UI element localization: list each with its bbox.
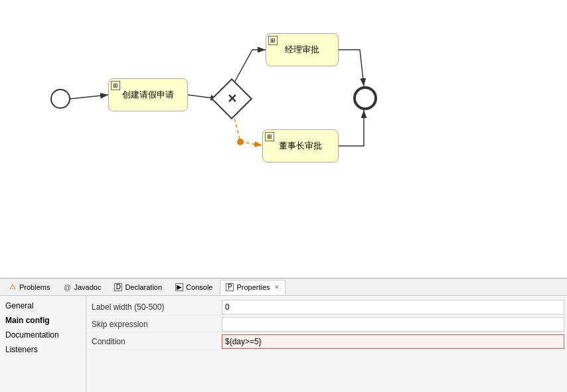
prop-row-label-width: Label width (50-500) [86, 298, 567, 316]
prop-label-label-width: Label width (50-500) [86, 300, 219, 314]
svg-line-0 [70, 95, 108, 99]
prop-input-skip-expression[interactable] [222, 317, 564, 332]
javadoc-icon: @ [63, 283, 71, 291]
tab-bar: ⚠ Problems @ Javadoc D Declaration ▶ Con… [0, 279, 567, 296]
tab-declaration[interactable]: D Declaration [108, 280, 168, 294]
canvas-area: ⊞ 创建请假申请 ✕ ⊞ 经理审批 ⊞ 董事长审批 [0, 0, 567, 279]
tab-properties-close[interactable]: ✕ [274, 284, 280, 291]
task-manager-approve[interactable]: ⊞ 经理审批 [266, 33, 339, 66]
sidebar-item-listeners[interactable]: Listeners [0, 342, 86, 357]
properties-icon: P [226, 283, 234, 291]
prop-row-skip-expression: Skip expression [86, 316, 567, 333]
end-event[interactable] [353, 86, 377, 110]
prop-row-condition: Condition [86, 333, 567, 350]
prop-value-label-width [219, 298, 567, 316]
task-icon-3: ⊞ [265, 132, 274, 141]
task-label-2: 经理审批 [285, 44, 319, 56]
task-create-leave[interactable]: ⊞ 创建请假申请 [108, 78, 188, 111]
tab-problems-label: Problems [19, 283, 50, 291]
sidebar-listeners-label: Listeners [5, 345, 38, 354]
tab-javadoc[interactable]: @ Javadoc [57, 280, 107, 294]
sidebar-item-documentation[interactable]: Documentation [0, 328, 86, 342]
gateway-exclusive[interactable]: ✕ [217, 84, 248, 115]
prop-label-skip-expression: Skip expression [86, 317, 219, 332]
task-director-approve[interactable]: ⊞ 董事长审批 [262, 129, 339, 163]
tab-properties[interactable]: P Properties ✕ [220, 280, 285, 294]
svg-point-2 [237, 139, 244, 145]
tab-console[interactable]: ▶ Console [169, 280, 218, 294]
prop-value-skip-expression [219, 316, 567, 333]
tab-declaration-label: Declaration [125, 283, 162, 291]
declaration-icon: D [114, 283, 122, 291]
sidebar-item-general[interactable]: General [0, 298, 86, 313]
tab-console-label: Console [186, 283, 212, 291]
sidebar-documentation-label: Documentation [5, 330, 59, 340]
prop-input-label-width[interactable] [222, 300, 564, 314]
bottom-panel: ⚠ Problems @ Javadoc D Declaration ▶ Con… [0, 279, 567, 392]
gateway-x-icon: ✕ [227, 92, 237, 106]
props-content: Label width (50-500) Skip expression Con… [86, 296, 567, 392]
task-icon-2: ⊞ [268, 36, 278, 45]
task-label-1: 创建请假申请 [122, 89, 174, 101]
sidebar-main-config-label: Main config [5, 316, 50, 325]
start-event[interactable] [50, 89, 70, 109]
task-icon-1: ⊞ [111, 81, 120, 90]
prop-input-condition[interactable] [222, 334, 564, 349]
tab-problems[interactable]: ⚠ Problems [3, 280, 56, 294]
warning-icon: ⚠ [9, 283, 17, 291]
tab-javadoc-label: Javadoc [74, 283, 101, 291]
console-icon: ▶ [175, 283, 183, 291]
tab-properties-label: Properties [236, 283, 270, 291]
sidebar-item-main-config[interactable]: Main config [0, 313, 86, 328]
prop-label-condition: Condition [86, 334, 219, 349]
panel-body: General Main config Documentation Listen… [0, 296, 567, 392]
props-sidebar: General Main config Documentation Listen… [0, 296, 86, 392]
sidebar-general-label: General [5, 301, 34, 310]
task-label-3: 董事长审批 [279, 140, 322, 152]
prop-value-condition [219, 333, 567, 350]
